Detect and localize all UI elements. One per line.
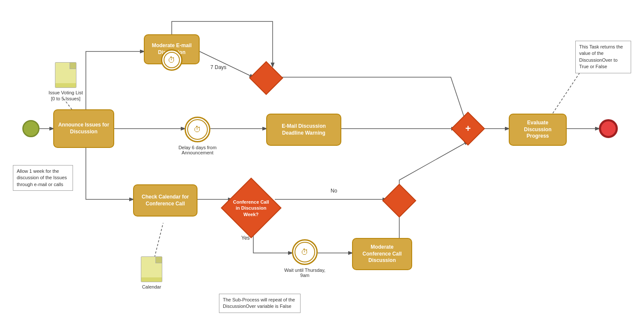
calendar-label: Calendar xyxy=(142,284,161,290)
svg-line-10 xyxy=(155,223,163,257)
calendar-doc: Calendar xyxy=(141,256,162,290)
no-label: No xyxy=(331,188,337,194)
7days-label: 7 Days xyxy=(210,64,226,70)
svg-line-11 xyxy=(552,66,584,115)
yes-label: Yes xyxy=(241,235,250,241)
voting-list-label: Issue Voting List [0 to 5 Issues] xyxy=(46,90,85,102)
evaluate-task[interactable]: Evaluate Discussion Progress xyxy=(509,114,567,146)
end-event xyxy=(599,119,618,138)
moderate-email-timer: ⏱ xyxy=(161,49,182,71)
subprocess-note: The Sub-Process will repeat of the Discu… xyxy=(219,294,301,313)
allow-week-note: Allow 1 week for the discussion of the I… xyxy=(13,165,73,191)
gateway-7days xyxy=(253,65,279,91)
delay-timer-container: ⏱ Delay 6 days from Announcement xyxy=(185,117,221,155)
task-returns-note: This Task returns the value of the Discu… xyxy=(575,41,631,73)
bpmn-diagram: Issue Voting List [0 to 5 Issues] Announ… xyxy=(0,0,644,331)
delay-label: Delay 6 days from Announcement xyxy=(174,145,221,155)
email-deadline-task[interactable]: E-Mail Discussion Deadline Warning xyxy=(266,114,341,146)
wait-timer: ⏱ xyxy=(292,239,318,265)
check-calendar-task[interactable]: Check Calendar for Conference Call xyxy=(133,184,197,217)
wait-label: Wait until Thursday, 9am xyxy=(283,268,326,278)
gateway-no xyxy=(386,188,412,214)
delay-timer: ⏱ xyxy=(185,117,210,142)
moderate-email-container: Moderate E-mail Discussion ⏱ xyxy=(144,34,200,64)
svg-line-1 xyxy=(200,51,253,77)
parallel-gateway: + xyxy=(455,116,481,141)
conf-call-label: Conference Call in Discussion Week? xyxy=(232,199,270,217)
start-event xyxy=(22,120,39,137)
voting-list-doc: Issue Voting List [0 to 5 Issues] xyxy=(46,62,85,102)
announce-task[interactable]: Announce Issues for Discussion xyxy=(53,109,114,148)
moderate-conf-task[interactable]: Moderate Conference Call Discussion xyxy=(352,238,412,270)
wait-timer-container: ⏱ Wait until Thursday, 9am xyxy=(292,239,326,278)
